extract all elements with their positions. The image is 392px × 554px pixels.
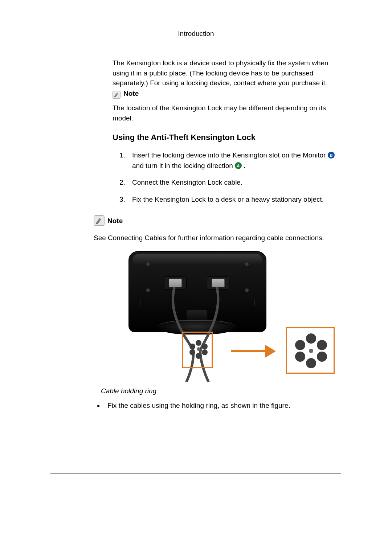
step-1-text-a: Insert the locking device into the Kensi… <box>132 151 328 159</box>
page-header-title: Introduction <box>0 30 392 38</box>
note-row-2: Note <box>94 215 342 226</box>
svg-text:A: A <box>237 163 240 168</box>
step-1-text-c: . <box>244 162 245 169</box>
note-icon <box>94 215 105 226</box>
highlight-box-left <box>182 332 213 368</box>
badge-a-icon: A <box>235 162 242 169</box>
cable-ring-large <box>294 333 328 368</box>
highlight-box-right <box>286 327 335 374</box>
cable-ring-small <box>189 340 208 358</box>
header-rule <box>50 39 341 39</box>
note-label: Note <box>123 89 139 99</box>
arrow-right-icon <box>231 345 278 358</box>
svg-text:B: B <box>330 153 332 157</box>
step-1: Insert the locking device into the Kensi… <box>127 150 342 171</box>
note-text-2: See Connecting Cables for further inform… <box>94 233 342 243</box>
figure-caption: Cable holding ring <box>101 386 349 396</box>
note-icon <box>113 91 121 99</box>
section-heading: Using the Anti-Theft Kensington Lock <box>113 132 342 143</box>
figure-cable-ring <box>128 251 335 382</box>
intro-paragraph: The Kensington lock is a device used to … <box>113 58 342 88</box>
step-3: Fix the Kensington Lock to a desk or a h… <box>127 194 342 205</box>
badge-b-icon: B <box>328 152 335 159</box>
step-2: Connect the Kensington Lock cable. <box>127 177 342 188</box>
note-text: The location of the Kensington Lock may … <box>113 103 342 123</box>
note-row: Note <box>113 89 342 99</box>
document-page: Introduction The Kensington lock is a de… <box>0 0 392 554</box>
footer-rule <box>50 473 341 473</box>
figure-notes-list: Fix the cables using the holding ring, a… <box>94 401 342 411</box>
figure-bullet: Fix the cables using the holding ring, a… <box>104 401 342 411</box>
step-1-text-b: and turn it in the locking direction <box>132 162 235 169</box>
note-label-2: Note <box>107 216 123 226</box>
steps-list: Insert the locking device into the Kensi… <box>113 150 342 205</box>
